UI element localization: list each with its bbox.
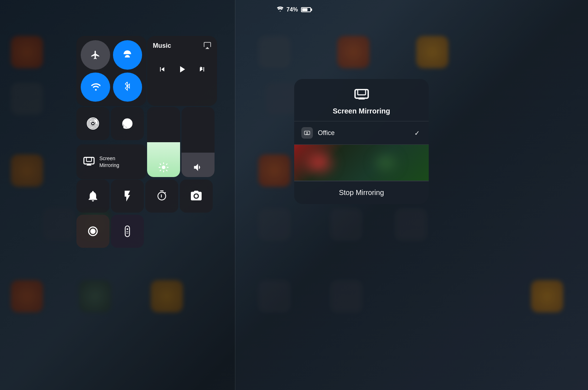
checkmark-icon: ✓ bbox=[414, 129, 422, 136]
camera-button[interactable] bbox=[180, 180, 213, 213]
svg-rect-12 bbox=[355, 90, 368, 98]
stop-mirroring-label: Stop Mirroring bbox=[339, 189, 384, 197]
apple-tv-remote-button[interactable] bbox=[111, 215, 144, 248]
battery-icon bbox=[301, 7, 311, 12]
flashlight-button[interactable] bbox=[111, 180, 144, 213]
last-row-controls bbox=[76, 215, 144, 248]
svg-point-1 bbox=[95, 89, 97, 91]
wifi-button[interactable] bbox=[81, 73, 110, 102]
device-row[interactable]: Office ✓ bbox=[294, 121, 429, 144]
popup-title: Screen Mirroring bbox=[333, 107, 390, 115]
timer-button[interactable] bbox=[145, 180, 178, 213]
brightness-slider[interactable] bbox=[147, 107, 180, 177]
bell-button[interactable] bbox=[76, 180, 109, 213]
svg-rect-5 bbox=[86, 157, 91, 161]
prev-button[interactable] bbox=[158, 65, 166, 74]
bluetooth-button[interactable] bbox=[113, 73, 142, 102]
device-name: Office bbox=[318, 129, 409, 137]
screen-record-button[interactable] bbox=[76, 215, 109, 248]
battery-percent: 74% bbox=[286, 6, 298, 13]
volume-slider[interactable] bbox=[182, 107, 215, 177]
play-button[interactable] bbox=[177, 64, 187, 75]
music-controls bbox=[153, 64, 211, 75]
svg-point-7 bbox=[90, 229, 96, 234]
apple-tv-icon bbox=[301, 127, 313, 139]
battery-fill bbox=[302, 8, 307, 11]
battery-indicator bbox=[301, 7, 311, 12]
apple-tv-symbol bbox=[304, 129, 311, 136]
svg-point-15 bbox=[306, 132, 307, 133]
popup-color-area bbox=[294, 145, 429, 181]
popup-header: Screen Mirroring bbox=[294, 79, 429, 121]
airdrop-button[interactable] bbox=[113, 40, 142, 70]
stop-mirroring-button[interactable]: Stop Mirroring bbox=[294, 181, 429, 204]
music-title: Music bbox=[153, 42, 171, 50]
wifi-icon bbox=[277, 6, 283, 13]
color-blob-green bbox=[371, 152, 400, 173]
music-header: Music bbox=[153, 42, 211, 50]
music-block: Music bbox=[147, 36, 217, 106]
svg-rect-10 bbox=[126, 231, 128, 232]
airplane-mode-button[interactable] bbox=[81, 40, 110, 70]
svg-point-9 bbox=[127, 228, 128, 230]
rotation-lock-button[interactable] bbox=[76, 107, 109, 140]
screen-mirroring-label: ScreenMirroring bbox=[99, 155, 119, 168]
svg-point-2 bbox=[92, 123, 94, 125]
svg-point-3 bbox=[162, 166, 165, 169]
screen-mirroring-icon bbox=[83, 156, 95, 168]
bottom-row-controls bbox=[76, 180, 213, 213]
connectivity-block bbox=[76, 36, 146, 106]
do-not-disturb-button[interactable] bbox=[111, 107, 144, 140]
second-row-controls bbox=[76, 107, 144, 140]
status-bar: 74% bbox=[0, 6, 588, 13]
popup-mirroring-icon bbox=[354, 88, 370, 103]
svg-rect-4 bbox=[84, 157, 94, 164]
next-button[interactable] bbox=[198, 65, 206, 74]
sliders-area bbox=[147, 107, 215, 177]
airplay-icon[interactable] bbox=[203, 42, 211, 50]
color-blob-red bbox=[301, 148, 337, 177]
svg-rect-11 bbox=[126, 233, 128, 234]
screen-mirroring-button[interactable]: ScreenMirroring bbox=[76, 144, 146, 179]
svg-rect-13 bbox=[358, 90, 366, 95]
screen-mirroring-popup: Screen Mirroring Office ✓ Stop Mirroring bbox=[294, 79, 429, 204]
